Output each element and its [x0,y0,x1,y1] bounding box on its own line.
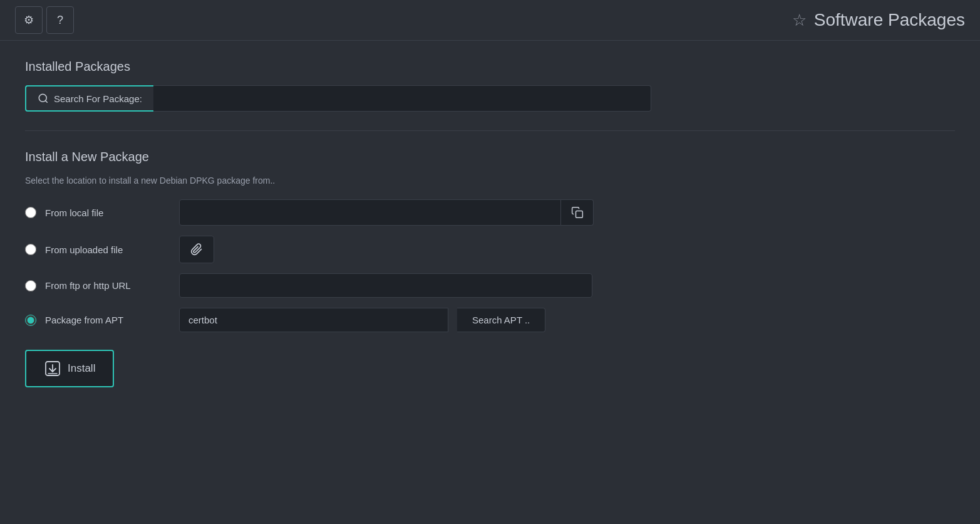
option-url-row: From ftp or http URL [25,273,955,298]
search-icon [38,93,49,104]
search-apt-button[interactable]: Search APT .. [457,308,545,332]
help-button[interactable]: ? [46,6,74,34]
label-apt[interactable]: Package from APT [45,315,170,325]
local-file-input[interactable] [179,199,561,226]
svg-point-0 [39,94,46,102]
section-divider [25,130,955,131]
svg-line-1 [45,100,47,102]
install-icon [44,360,61,377]
local-file-input-group [179,199,594,226]
search-package-button[interactable]: Search For Package: [25,85,153,112]
svg-rect-2 [575,211,582,218]
question-icon: ? [57,14,63,27]
label-uploaded-file[interactable]: From uploaded file [45,244,170,255]
attach-file-button[interactable] [179,236,214,263]
install-button[interactable]: Install [25,350,114,387]
installed-packages-section: Installed Packages Search For Package: [25,60,955,112]
url-input[interactable] [179,273,592,298]
main-content: Installed Packages Search For Package: I… [0,41,980,406]
settings-button[interactable]: ⚙ [15,6,43,34]
radio-local-file[interactable] [25,207,36,218]
option-uploaded-file-row: From uploaded file [25,236,955,263]
header: ⚙ ? ☆ Software Packages [0,0,980,41]
install-new-title: Install a New Package [25,150,955,164]
paperclip-icon [190,243,203,256]
installed-packages-title: Installed Packages [25,60,955,74]
search-label-text: Search For Package: [54,93,142,104]
search-input[interactable] [153,85,651,112]
option-apt-row: Package from APT Search APT .. [25,308,955,332]
header-left-buttons: ⚙ ? [15,6,74,34]
package-search-container: Search For Package: [25,85,651,112]
browse-file-button[interactable] [561,199,594,226]
install-new-section: Install a New Package Select the locatio… [25,150,955,387]
radio-apt[interactable] [25,315,36,326]
page-title: Software Packages [814,10,965,30]
install-new-description: Select the location to install a new Deb… [25,176,955,186]
page-title-container: ☆ Software Packages [792,10,965,30]
apt-package-input[interactable] [179,308,448,332]
radio-uploaded-file[interactable] [25,244,36,255]
star-icon: ☆ [792,11,807,30]
label-local-file[interactable]: From local file [45,207,170,218]
install-button-label: Install [68,362,95,375]
install-options: From local file From uploaded file [25,199,955,332]
radio-url[interactable] [25,280,36,291]
gear-icon: ⚙ [24,13,34,27]
label-url[interactable]: From ftp or http URL [45,280,170,291]
option-local-file-row: From local file [25,199,955,226]
copy-icon [571,206,584,219]
